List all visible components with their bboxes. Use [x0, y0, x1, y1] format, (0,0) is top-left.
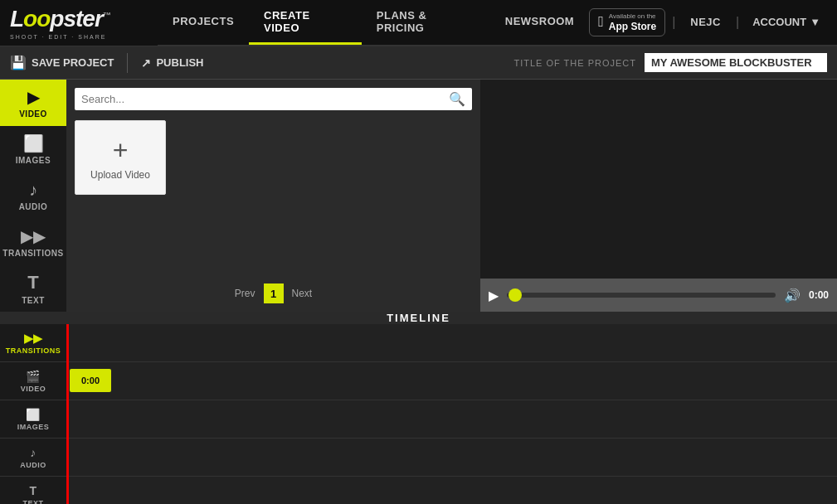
timeline-content: ▶▶ TRANSITIONS 🎬 VIDEO ⬜ IMAGES ♪ AUDIO …: [0, 324, 837, 504]
video-track: 0:00: [66, 362, 837, 400]
timeline-title: TIMELINE: [387, 312, 450, 324]
search-input[interactable]: [81, 93, 449, 105]
sidebar-tool-transitions[interactable]: ▶▶ TRANSITIONS: [0, 219, 66, 265]
nav-divider: |: [672, 15, 675, 30]
play-button[interactable]: ▶: [489, 288, 499, 303]
apple-icon: : [598, 13, 604, 31]
search-icon[interactable]: 🔍: [449, 91, 465, 107]
text-track: [66, 477, 837, 504]
pagination: Prev 1 Next: [75, 284, 472, 303]
top-navigation: Loopster™ SHOOT · EDIT · SHARE PROJECTS …: [0, 0, 837, 46]
playhead-marker: [66, 324, 69, 504]
save-icon: 💾: [10, 55, 27, 70]
timeline-left-bar: ▶▶ TRANSITIONS 🎬 VIDEO ⬜ IMAGES ♪ AUDIO …: [0, 324, 66, 504]
app-store-small: Available on the: [609, 12, 656, 21]
timeline-label-text[interactable]: T TEXT: [0, 477, 66, 504]
next-page-button[interactable]: Next: [292, 288, 313, 299]
nav-projects[interactable]: PROJECTS: [158, 0, 249, 45]
app-store-button[interactable]:  Available on the App Store: [589, 8, 665, 36]
app-store-big: App Store: [609, 21, 656, 32]
images-track-icon: ⬜: [26, 408, 41, 421]
left-sidebar: ▶ VIDEO ⬜ IMAGES ♪ AUDIO ▶▶ TRANSITIONS …: [0, 80, 66, 312]
text-track-icon: T: [29, 484, 36, 497]
publish-button[interactable]: ↗ PUBLISH: [141, 56, 203, 70]
nav-user[interactable]: NEJC: [682, 16, 729, 28]
nav-links: PROJECTS CREATE VIDEO PLANS & PRICING NE…: [158, 0, 589, 45]
transitions-track-icon: ▶▶: [24, 332, 43, 345]
transitions-icon: ▶▶: [21, 226, 46, 246]
logo: Loopster™: [10, 6, 110, 32]
timeline-label-transitions[interactable]: ▶▶ TRANSITIONS: [0, 324, 66, 362]
sidebar-tool-images[interactable]: ⬜ IMAGES: [0, 126, 66, 172]
video-track-icon: 🎬: [26, 370, 41, 383]
sidebar-tool-video[interactable]: ▶ VIDEO: [0, 80, 66, 126]
timeline-label-video[interactable]: 🎬 VIDEO: [0, 362, 66, 400]
nav-create-video[interactable]: CREATE VIDEO: [249, 0, 362, 45]
images-icon: ⬜: [23, 133, 44, 153]
seek-bar[interactable]: [507, 293, 776, 298]
text-icon: T: [27, 272, 38, 293]
sidebar-tool-text[interactable]: T TEXT: [0, 265, 66, 312]
prev-page-button[interactable]: Prev: [235, 288, 255, 299]
upload-video-card[interactable]: + Upload Video: [75, 120, 166, 195]
timeline-header: TIMELINE: [0, 312, 837, 324]
nav-account[interactable]: ACCOUNT ▼: [746, 16, 827, 28]
preview-panel: ▶ 🔊 0:00: [480, 80, 837, 312]
timeline-label-images[interactable]: ⬜ IMAGES: [0, 400, 66, 439]
logo-area: Loopster™ SHOOT · EDIT · SHARE: [0, 0, 158, 46]
timeline-label-audio[interactable]: ♪ AUDIO: [0, 439, 66, 477]
nav-newsroom[interactable]: NEWSROOM: [490, 0, 589, 45]
logo-tagline: SHOOT · EDIT · SHARE: [10, 34, 110, 40]
time-block: 0:00: [70, 369, 111, 392]
volume-icon[interactable]: 🔊: [784, 288, 801, 303]
timeline-tracks: 0:00: [66, 324, 837, 504]
timeline-area: TIMELINE ▶▶ TRANSITIONS 🎬 VIDEO ⬜ IMAGES…: [0, 312, 837, 504]
title-label: TITLE OF THE PROJECT: [513, 58, 636, 68]
audio-track: [66, 439, 837, 477]
video-icon: ▶: [27, 87, 40, 107]
audio-icon: ♪: [29, 181, 37, 200]
seek-thumb: [509, 288, 522, 302]
transitions-track: [66, 324, 837, 362]
search-bar: 🔍: [75, 88, 472, 110]
video-canvas: [480, 80, 837, 279]
workspace: ▶ VIDEO ⬜ IMAGES ♪ AUDIO ▶▶ TRANSITIONS …: [0, 80, 837, 312]
media-grid: + Upload Video: [75, 120, 472, 277]
publish-icon: ↗: [141, 56, 151, 70]
sidebar-tool-audio[interactable]: ♪ AUDIO: [0, 172, 66, 219]
plus-icon: +: [113, 135, 129, 166]
toolbar-separator: [127, 53, 128, 73]
media-panel: 🔍 + Upload Video Prev 1 Next: [66, 80, 480, 312]
audio-track-icon: ♪: [30, 446, 36, 459]
app-store-text: Available on the App Store: [609, 12, 656, 32]
nav-plans[interactable]: PLANS & PRICING: [362, 0, 490, 45]
playback-controls: ▶ 🔊 0:00: [480, 279, 837, 312]
chevron-down-icon: ▼: [810, 16, 820, 28]
images-track: [66, 400, 837, 439]
toolbar: 💾 SAVE PROJECT ↗ PUBLISH TITLE OF THE PR…: [0, 46, 837, 80]
upload-label: Upload Video: [90, 169, 150, 181]
current-page: 1: [264, 284, 284, 303]
title-section: TITLE OF THE PROJECT: [513, 53, 827, 72]
project-title-input[interactable]: [645, 53, 827, 72]
time-display: 0:00: [809, 289, 829, 301]
nav-right:  Available on the App Store | NEJC | AC…: [589, 8, 837, 36]
save-project-button[interactable]: 💾 SAVE PROJECT: [10, 55, 114, 70]
nav-divider2: |: [736, 15, 739, 30]
